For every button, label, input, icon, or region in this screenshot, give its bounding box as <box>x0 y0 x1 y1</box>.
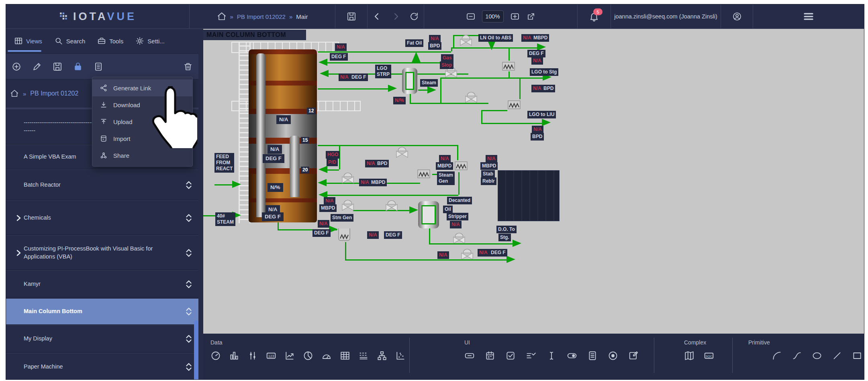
internal-pipe <box>290 136 300 197</box>
arc-tool[interactable] <box>772 350 782 361</box>
reorder-icon[interactable] <box>185 248 193 258</box>
value-label: MBPD <box>436 162 453 170</box>
list-item-main-column-bottom[interactable]: Main Column Bottom <box>6 298 198 325</box>
list-box-tool[interactable] <box>587 350 598 361</box>
save-button[interactable] <box>347 12 356 21</box>
reorder-icon[interactable] <box>185 334 193 344</box>
main-menu-button[interactable] <box>803 10 815 22</box>
control-valve <box>464 91 478 103</box>
flow-line <box>345 259 507 261</box>
profile-button[interactable] <box>732 12 742 21</box>
control-valve <box>341 199 355 211</box>
value-label: Stripper <box>447 213 468 220</box>
flow-line <box>457 145 458 160</box>
reorder-icon[interactable] <box>185 213 193 223</box>
home-icon[interactable] <box>217 12 227 21</box>
floppy-icon[interactable] <box>53 62 62 71</box>
tab-search[interactable]: Search <box>49 29 90 53</box>
gauge-tool[interactable] <box>210 350 221 361</box>
flow-line <box>278 222 279 229</box>
menu-item-share[interactable]: Share <box>92 147 192 164</box>
notifications-button[interactable]: 5 <box>589 11 599 22</box>
reorder-icon[interactable] <box>185 279 193 289</box>
list-item-batch-reactor[interactable]: Batch Reactor <box>6 169 198 200</box>
breadcrumb-parent-link[interactable]: PB Import 012022 <box>237 13 286 20</box>
user-email: joanna.zinsli@seeq.com (Joanna Zinsli) <box>614 13 717 20</box>
value-label: N/% <box>393 97 406 104</box>
logo: IOTAVUE <box>6 4 190 29</box>
stripper-vessel <box>418 201 439 228</box>
donut-chart-tool[interactable] <box>303 350 313 361</box>
tree-diagram-tool[interactable] <box>377 350 387 361</box>
reorder-icon[interactable] <box>185 362 193 372</box>
tab-label: Setti... <box>147 38 165 45</box>
edit-box-tool[interactable] <box>628 350 639 361</box>
strip-chart-tool[interactable] <box>358 350 369 361</box>
value-label: Steam Gen <box>437 171 455 185</box>
pencil-icon[interactable] <box>32 62 42 71</box>
trash-icon[interactable] <box>183 62 193 71</box>
rectangle-tool[interactable] <box>852 350 862 361</box>
plus-circle-icon[interactable] <box>12 62 21 71</box>
calendar-tool[interactable] <box>485 350 495 361</box>
line-tool[interactable] <box>832 350 842 361</box>
sidebar-scrollbar[interactable] <box>194 320 198 380</box>
home-icon[interactable] <box>10 89 19 98</box>
menu-item-upload[interactable]: Upload <box>92 113 192 130</box>
bar-chart-tool[interactable] <box>229 350 239 361</box>
toggle-tool[interactable] <box>567 350 577 361</box>
forward-button[interactable] <box>391 12 400 21</box>
tab-views[interactable]: Views <box>9 29 47 53</box>
menu-item-download[interactable]: Download <box>92 96 192 113</box>
sqc-tool[interactable]: SQC <box>704 350 714 361</box>
data-grid-tool[interactable] <box>340 350 350 361</box>
list-item-my-display[interactable]: My Display <box>6 325 198 353</box>
trend-chart-tool[interactable] <box>284 350 295 361</box>
text-input-tool[interactable] <box>546 350 557 361</box>
diagram-canvas[interactable]: MAIN COLUMN BOTTOM N/ADEG FN/ADEG FLGO S… <box>203 29 864 334</box>
zoom-level[interactable]: 100% <box>482 10 504 22</box>
doc-list-icon[interactable] <box>94 62 103 71</box>
radio-tool[interactable] <box>608 350 618 361</box>
tab-setti[interactable]: Setti... <box>131 29 170 53</box>
control-valve <box>341 171 355 183</box>
button-tool[interactable] <box>464 350 475 361</box>
map-tool[interactable] <box>684 350 694 361</box>
slider-tool[interactable] <box>247 350 258 361</box>
toolbox-section-title: Data <box>210 339 406 346</box>
flow-line <box>509 71 510 77</box>
dropdown-tool[interactable] <box>526 350 536 361</box>
gear-icon <box>135 37 144 45</box>
tab-tools[interactable]: Tools <box>92 29 128 53</box>
sidebar-breadcrumb-link[interactable]: PB Import 01202 <box>30 90 78 97</box>
zoom-out-button[interactable] <box>466 12 476 21</box>
expand-icon[interactable] <box>15 214 22 222</box>
menu-item-generate-link[interactable]: Generate Link <box>92 79 192 96</box>
value-label: N/A <box>532 126 543 133</box>
zoom-in-button[interactable] <box>510 12 520 21</box>
list-item-chemicals[interactable]: Chemicals <box>6 200 198 235</box>
menu-item-import[interactable]: Import <box>92 130 192 147</box>
list-item-label: Main Column Bottom <box>12 308 156 316</box>
list-item-paper-machine[interactable]: Paper Machine <box>6 353 198 380</box>
list-item-customizing-pi-processbook-with-visual-b[interactable]: Customizing PI-ProcessBook with Visual B… <box>6 235 198 270</box>
open-external-button[interactable] <box>526 12 536 21</box>
curve-tool[interactable] <box>792 350 802 361</box>
control-valve <box>452 232 466 244</box>
value-label: N/A <box>268 145 282 154</box>
refresh-button[interactable] <box>409 12 419 21</box>
lock-icon[interactable] <box>73 62 83 71</box>
checkbox-tool[interactable] <box>505 350 516 361</box>
value-label: D.O. To <box>496 226 517 233</box>
reorder-icon[interactable] <box>185 306 193 317</box>
number-display-tool[interactable]: 123 <box>266 350 276 361</box>
dial-gauge-tool[interactable] <box>321 350 332 361</box>
flow-line <box>327 195 458 196</box>
list-item-kamyr[interactable]: Kamyr <box>6 270 198 298</box>
menu-item-label: Upload <box>113 118 133 125</box>
scatter-plot-tool[interactable] <box>395 350 406 361</box>
back-button[interactable] <box>372 12 382 21</box>
reorder-icon[interactable] <box>185 180 193 190</box>
expand-icon[interactable] <box>15 249 22 257</box>
ellipse-tool[interactable] <box>812 350 822 361</box>
